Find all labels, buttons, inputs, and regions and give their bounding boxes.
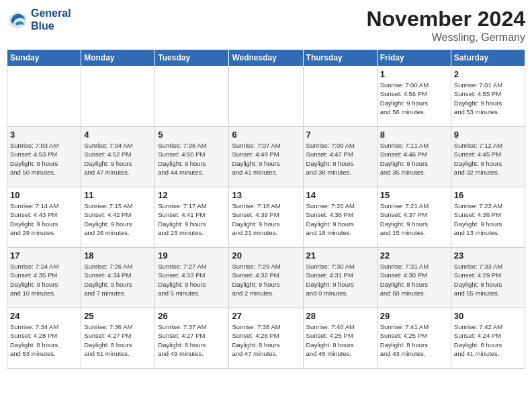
calendar-cell: 1Sunrise: 7:00 AM Sunset: 4:56 PM Daylig… — [377, 66, 451, 127]
calendar-cell: 14Sunrise: 7:20 AM Sunset: 4:38 PM Dayli… — [303, 187, 377, 248]
calendar-cell: 6Sunrise: 7:07 AM Sunset: 4:49 PM Daylig… — [229, 127, 303, 187]
calendar-cell: 15Sunrise: 7:21 AM Sunset: 4:37 PM Dayli… — [377, 187, 451, 248]
day-number: 21 — [306, 250, 374, 261]
weekday-header: Friday — [377, 50, 451, 66]
calendar-cell: 25Sunrise: 7:36 AM Sunset: 4:27 PM Dayli… — [81, 308, 155, 369]
logo-line1: General — [31, 7, 71, 19]
calendar-cell: 16Sunrise: 7:23 AM Sunset: 4:36 PM Dayli… — [451, 187, 525, 248]
day-info: Sunrise: 7:29 AM Sunset: 4:32 PM Dayligh… — [232, 262, 300, 298]
calendar-cell — [303, 66, 377, 127]
calendar-cell: 17Sunrise: 7:24 AM Sunset: 4:35 PM Dayli… — [7, 248, 81, 308]
day-info: Sunrise: 7:07 AM Sunset: 4:49 PM Dayligh… — [232, 141, 300, 177]
day-number: 14 — [306, 190, 374, 200]
day-info: Sunrise: 7:42 AM Sunset: 4:24 PM Dayligh… — [454, 322, 522, 358]
location-title: Wessling, Germany — [366, 32, 525, 44]
day-info: Sunrise: 7:36 AM Sunset: 4:27 PM Dayligh… — [84, 322, 152, 358]
day-number: 24 — [10, 311, 78, 321]
calendar-week-row: 24Sunrise: 7:34 AM Sunset: 4:28 PM Dayli… — [7, 308, 525, 369]
calendar-table: SundayMondayTuesdayWednesdayThursdayFrid… — [7, 49, 525, 369]
calendar-cell: 24Sunrise: 7:34 AM Sunset: 4:28 PM Dayli… — [7, 308, 81, 369]
calendar-cell: 7Sunrise: 7:09 AM Sunset: 4:47 PM Daylig… — [303, 127, 377, 187]
day-info: Sunrise: 7:24 AM Sunset: 4:35 PM Dayligh… — [10, 262, 78, 298]
day-number: 23 — [454, 250, 522, 261]
day-number: 27 — [232, 311, 300, 321]
day-info: Sunrise: 7:09 AM Sunset: 4:47 PM Dayligh… — [306, 141, 374, 177]
calendar-week-row: 17Sunrise: 7:24 AM Sunset: 4:35 PM Dayli… — [7, 248, 525, 308]
calendar-cell: 18Sunrise: 7:26 AM Sunset: 4:34 PM Dayli… — [81, 248, 155, 308]
weekday-header: Wednesday — [229, 50, 303, 66]
calendar-cell — [7, 66, 81, 127]
calendar-cell: 20Sunrise: 7:29 AM Sunset: 4:32 PM Dayli… — [229, 248, 303, 308]
calendar-cell: 19Sunrise: 7:27 AM Sunset: 4:33 PM Dayli… — [155, 248, 229, 308]
weekday-header: Thursday — [303, 50, 377, 66]
day-info: Sunrise: 7:17 AM Sunset: 4:41 PM Dayligh… — [158, 201, 226, 237]
calendar-cell: 27Sunrise: 7:38 AM Sunset: 4:26 PM Dayli… — [229, 308, 303, 369]
day-number: 26 — [158, 311, 226, 321]
calendar-cell: 13Sunrise: 7:18 AM Sunset: 4:39 PM Dayli… — [229, 187, 303, 248]
day-number: 17 — [10, 250, 78, 261]
calendar-cell — [81, 66, 155, 127]
day-info: Sunrise: 7:03 AM Sunset: 4:53 PM Dayligh… — [10, 141, 78, 177]
calendar-cell: 8Sunrise: 7:11 AM Sunset: 4:46 PM Daylig… — [377, 127, 451, 187]
day-number: 18 — [84, 250, 152, 261]
day-number: 13 — [232, 190, 300, 200]
day-info: Sunrise: 7:34 AM Sunset: 4:28 PM Dayligh… — [10, 322, 78, 358]
day-info: Sunrise: 7:38 AM Sunset: 4:26 PM Dayligh… — [232, 322, 300, 358]
day-number: 29 — [380, 311, 448, 321]
weekday-header: Sunday — [7, 50, 81, 66]
day-number: 7 — [306, 130, 374, 140]
calendar-cell: 26Sunrise: 7:37 AM Sunset: 4:27 PM Dayli… — [155, 308, 229, 369]
day-number: 22 — [380, 250, 448, 261]
day-info: Sunrise: 7:21 AM Sunset: 4:37 PM Dayligh… — [380, 201, 448, 237]
day-info: Sunrise: 7:11 AM Sunset: 4:46 PM Dayligh… — [380, 141, 448, 177]
day-number: 5 — [158, 130, 226, 140]
day-info: Sunrise: 7:40 AM Sunset: 4:25 PM Dayligh… — [306, 322, 374, 358]
day-number: 16 — [454, 190, 522, 200]
calendar-week-row: 1Sunrise: 7:00 AM Sunset: 4:56 PM Daylig… — [7, 66, 525, 127]
calendar-cell: 23Sunrise: 7:33 AM Sunset: 4:29 PM Dayli… — [451, 248, 525, 308]
day-info: Sunrise: 7:06 AM Sunset: 4:50 PM Dayligh… — [158, 141, 226, 177]
calendar-cell: 30Sunrise: 7:42 AM Sunset: 4:24 PM Dayli… — [451, 308, 525, 369]
calendar-cell — [229, 66, 303, 127]
day-info: Sunrise: 7:26 AM Sunset: 4:34 PM Dayligh… — [84, 262, 152, 298]
calendar-cell: 28Sunrise: 7:40 AM Sunset: 4:25 PM Dayli… — [303, 308, 377, 369]
day-number: 4 — [84, 130, 152, 140]
day-number: 8 — [380, 130, 448, 140]
day-info: Sunrise: 7:12 AM Sunset: 4:45 PM Dayligh… — [454, 141, 522, 177]
day-number: 19 — [158, 250, 226, 261]
day-info: Sunrise: 7:18 AM Sunset: 4:39 PM Dayligh… — [232, 201, 300, 237]
calendar-cell: 11Sunrise: 7:15 AM Sunset: 4:42 PM Dayli… — [81, 187, 155, 248]
day-number: 9 — [454, 130, 522, 140]
day-number: 2 — [454, 69, 522, 79]
day-info: Sunrise: 7:31 AM Sunset: 4:30 PM Dayligh… — [380, 262, 448, 298]
day-number: 12 — [158, 190, 226, 200]
calendar-cell: 21Sunrise: 7:30 AM Sunset: 4:31 PM Dayli… — [303, 248, 377, 308]
logo-line2: Blue — [31, 20, 54, 32]
month-title: November 2024 — [366, 7, 525, 32]
day-number: 28 — [306, 311, 374, 321]
day-info: Sunrise: 7:00 AM Sunset: 4:56 PM Dayligh… — [380, 81, 448, 116]
header: General Blue November 2024 Wessling, Ger… — [7, 7, 525, 44]
day-number: 11 — [84, 190, 152, 200]
logo-icon — [7, 9, 28, 30]
calendar-week-row: 3Sunrise: 7:03 AM Sunset: 4:53 PM Daylig… — [7, 127, 525, 187]
day-info: Sunrise: 7:23 AM Sunset: 4:36 PM Dayligh… — [454, 201, 522, 237]
day-number: 20 — [232, 250, 300, 261]
day-number: 30 — [454, 311, 522, 321]
calendar-cell: 10Sunrise: 7:14 AM Sunset: 4:43 PM Dayli… — [7, 187, 81, 248]
calendar-cell: 2Sunrise: 7:01 AM Sunset: 4:55 PM Daylig… — [451, 66, 525, 127]
weekday-header: Tuesday — [155, 50, 229, 66]
day-info: Sunrise: 7:04 AM Sunset: 4:52 PM Dayligh… — [84, 141, 152, 177]
day-info: Sunrise: 7:41 AM Sunset: 4:25 PM Dayligh… — [380, 322, 448, 358]
day-number: 10 — [10, 190, 78, 200]
calendar-cell: 5Sunrise: 7:06 AM Sunset: 4:50 PM Daylig… — [155, 127, 229, 187]
day-info: Sunrise: 7:01 AM Sunset: 4:55 PM Dayligh… — [454, 81, 522, 116]
day-info: Sunrise: 7:14 AM Sunset: 4:43 PM Dayligh… — [10, 201, 78, 237]
weekday-header: Monday — [81, 50, 155, 66]
calendar-cell: 4Sunrise: 7:04 AM Sunset: 4:52 PM Daylig… — [81, 127, 155, 187]
day-number: 6 — [232, 130, 300, 140]
calendar-header-row: SundayMondayTuesdayWednesdayThursdayFrid… — [7, 50, 525, 66]
day-info: Sunrise: 7:15 AM Sunset: 4:42 PM Dayligh… — [84, 201, 152, 237]
logo: General Blue — [7, 7, 71, 32]
calendar-cell: 3Sunrise: 7:03 AM Sunset: 4:53 PM Daylig… — [7, 127, 81, 187]
